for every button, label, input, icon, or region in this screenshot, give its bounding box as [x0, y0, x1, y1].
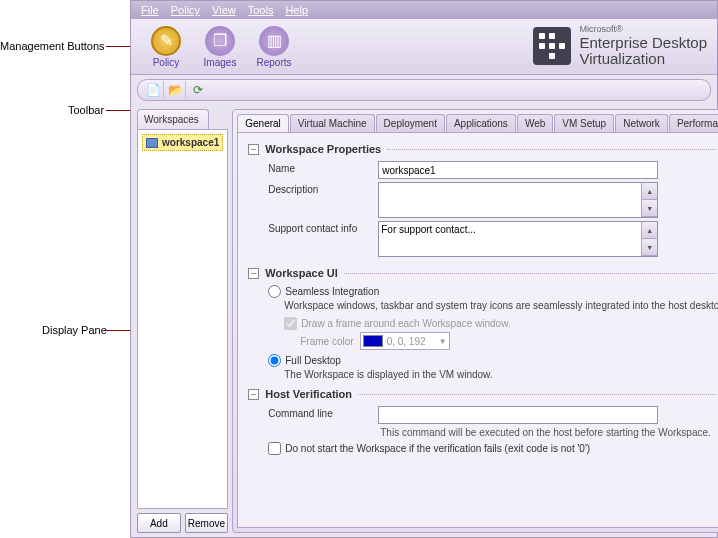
- name-label: Name: [268, 161, 378, 174]
- tab-applications[interactable]: Applications: [446, 114, 516, 132]
- name-input[interactable]: [378, 161, 658, 179]
- menu-tools[interactable]: Tools: [244, 4, 278, 16]
- mgmt-policy-button[interactable]: ✎ Policy: [139, 24, 193, 70]
- tab-vm-setup[interactable]: VM Setup: [554, 114, 614, 132]
- mgmt-reports-button[interactable]: ▥ Reports: [247, 24, 301, 70]
- spin-up-icon[interactable]: ▲: [641, 183, 657, 200]
- menu-view[interactable]: View: [208, 4, 240, 16]
- section-host-verification: Host Verification: [265, 388, 352, 400]
- workspace-icon: [146, 138, 158, 148]
- fulldesktop-label: Full Desktop: [285, 355, 341, 366]
- command-line-label: Command line: [268, 406, 378, 419]
- sidebar-tab-workspaces[interactable]: Workspaces: [137, 109, 209, 129]
- tab-bar: General Virtual Machine Deployment Appli…: [237, 114, 718, 132]
- images-icon: ❐: [205, 26, 235, 56]
- section-workspace-properties: Workspace Properties: [265, 143, 381, 155]
- fail-checkbox[interactable]: [268, 442, 281, 455]
- annotation-mgmt: Management Buttons: [0, 40, 105, 52]
- menubar: File Policy View Tools Help: [131, 1, 717, 19]
- support-label: Support contact info: [268, 221, 378, 234]
- workspace-item[interactable]: workspace1: [142, 134, 223, 151]
- main-panel: General Virtual Machine Deployment Appli…: [232, 109, 718, 533]
- frame-check-label: Draw a frame around each Workspace windo…: [301, 318, 510, 329]
- mgmt-policy-label: Policy: [153, 57, 180, 68]
- general-panel: – Workspace Properties Name Description: [237, 132, 718, 528]
- mgmt-reports-label: Reports: [256, 57, 291, 68]
- collapse-icon[interactable]: –: [248, 268, 259, 279]
- brand-line2: Virtualization: [579, 51, 707, 68]
- brand-line1: Enterprise Desktop: [579, 35, 707, 52]
- command-line-hint: This command will be executed on the hos…: [380, 427, 718, 438]
- chevron-down-icon: ▼: [439, 337, 447, 346]
- color-swatch-icon: [363, 335, 383, 347]
- frame-checkbox: [284, 317, 297, 330]
- tab-performance[interactable]: Performance: [669, 114, 718, 132]
- brand: Microsoft® Enterprise Desktop Virtualiza…: [533, 25, 707, 68]
- new-workspace-icon[interactable]: 📄: [144, 81, 164, 99]
- collapse-icon[interactable]: –: [248, 144, 259, 155]
- spin-down-icon[interactable]: ▼: [641, 239, 657, 256]
- menu-help[interactable]: Help: [281, 4, 312, 16]
- tab-deployment[interactable]: Deployment: [376, 114, 445, 132]
- app-window: File Policy View Tools Help ✎ Policy ❐ I…: [130, 0, 718, 538]
- menu-policy[interactable]: Policy: [167, 4, 204, 16]
- annotation-toolbar: Toolbar: [68, 104, 104, 116]
- mgmt-images-label: Images: [204, 57, 237, 68]
- support-input[interactable]: [379, 222, 641, 256]
- delete-workspace-icon[interactable]: 📂: [166, 81, 186, 99]
- command-line-input[interactable]: [378, 406, 658, 424]
- spin-up-icon[interactable]: ▲: [641, 222, 657, 239]
- frame-color-label: Frame color: [300, 336, 353, 347]
- policy-icon: ✎: [151, 26, 181, 56]
- brand-icon: [533, 27, 571, 65]
- workspace-item-label: workspace1: [162, 137, 219, 148]
- annotation-pane: Display Pane: [42, 324, 107, 336]
- workspace-list: workspace1: [137, 129, 228, 509]
- seamless-desc: Workspace windows, taskbar and system tr…: [284, 300, 718, 311]
- sidebar: Workspaces workspace1 Add Remove: [137, 109, 228, 533]
- spin-down-icon[interactable]: ▼: [641, 200, 657, 217]
- toolbar: 📄 📂 ⟳: [137, 79, 711, 101]
- remove-button[interactable]: Remove: [185, 513, 229, 533]
- tab-network[interactable]: Network: [615, 114, 668, 132]
- collapse-icon[interactable]: –: [248, 389, 259, 400]
- fail-check-label: Do not start the Workspace if the verifi…: [285, 443, 590, 454]
- description-input[interactable]: [379, 183, 641, 217]
- tab-web[interactable]: Web: [517, 114, 553, 132]
- frame-color-value: 0, 0, 192: [387, 336, 426, 347]
- menu-file[interactable]: File: [137, 4, 163, 16]
- refresh-icon[interactable]: ⟳: [188, 81, 208, 99]
- fulldesktop-radio[interactable]: [268, 354, 281, 367]
- seamless-radio[interactable]: [268, 285, 281, 298]
- management-bar: ✎ Policy ❐ Images ▥ Reports Microsoft® E…: [131, 19, 717, 75]
- tab-general[interactable]: General: [237, 114, 289, 132]
- section-workspace-ui: Workspace UI: [265, 267, 338, 279]
- add-button[interactable]: Add: [137, 513, 181, 533]
- mgmt-images-button[interactable]: ❐ Images: [193, 24, 247, 70]
- seamless-label: Seamless Integration: [285, 286, 379, 297]
- tab-virtual-machine[interactable]: Virtual Machine: [290, 114, 375, 132]
- fulldesktop-desc: The Workspace is displayed in the VM win…: [284, 369, 718, 380]
- reports-icon: ▥: [259, 26, 289, 56]
- description-label: Description: [268, 182, 378, 195]
- frame-color-picker: 0, 0, 192 ▼: [360, 332, 450, 350]
